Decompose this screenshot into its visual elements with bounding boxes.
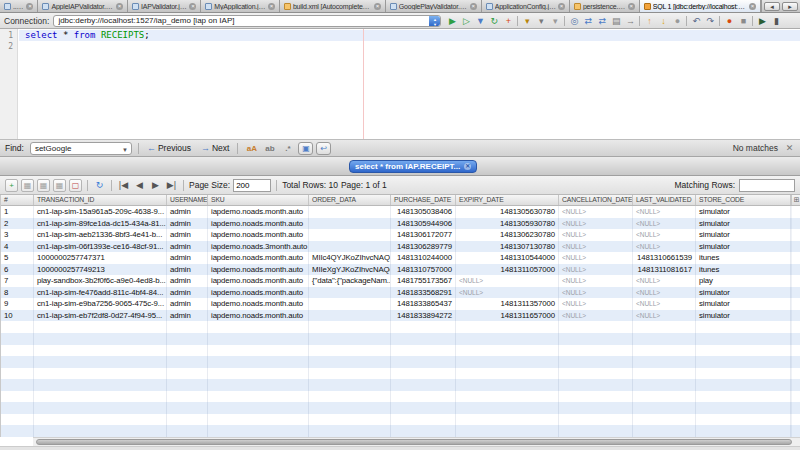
cell[interactable]: cn1-iap-sim-aeb21336-8bf3-4e41-b... (34, 229, 167, 241)
editor-tab-tor[interactable]: ...tor× (0, 0, 38, 12)
cell[interactable]: cn1-iap-sim-eb7f2df8-0d27-4f94-95... (34, 310, 167, 322)
cell[interactable]: simulator (696, 218, 791, 230)
cell[interactable]: <NULL> (633, 275, 696, 287)
cell[interactable]: 1481307130780 (456, 241, 559, 253)
cell[interactable]: itunes (696, 264, 791, 276)
cell[interactable] (1, 356, 34, 368)
cell[interactable] (1, 425, 34, 437)
close-icon[interactable]: ✕ (464, 163, 471, 170)
wrap-search-toggle[interactable]: ↩ (316, 142, 331, 155)
cell[interactable] (309, 402, 391, 414)
combobox-stepper-icon[interactable]: ▲▼ (429, 16, 440, 26)
close-icon[interactable]: × (116, 3, 123, 10)
cell[interactable]: admin (167, 275, 208, 287)
undo-icon[interactable]: ↶ (689, 14, 703, 28)
cell[interactable]: 7 (1, 275, 34, 287)
cell[interactable] (633, 379, 696, 391)
cell[interactable]: <NULL> (456, 275, 559, 287)
cell[interactable] (167, 391, 208, 403)
cell[interactable]: <NULL> (633, 229, 696, 241)
profile-icon[interactable]: ▮ (769, 14, 783, 28)
cell[interactable]: 1481311057000 (456, 264, 559, 276)
cell[interactable] (633, 333, 696, 345)
next-page-icon[interactable]: ▶ (149, 179, 162, 192)
cell[interactable] (633, 425, 696, 437)
cell[interactable] (34, 333, 167, 345)
cell[interactable]: 1481305930780 (456, 218, 559, 230)
column-selector-icon[interactable]: ⊞ (791, 195, 800, 205)
cell[interactable]: {"data":{"packageNam... (309, 275, 391, 287)
column-header-transaction-id[interactable]: TRANSACTION_ID (34, 195, 167, 205)
cell[interactable]: 1000000257749213 (34, 264, 167, 276)
close-icon[interactable]: × (558, 3, 565, 10)
cell[interactable] (696, 321, 791, 333)
cell[interactable] (309, 310, 391, 322)
cell[interactable]: 1481305630780 (456, 206, 559, 218)
cell[interactable] (34, 414, 167, 426)
sync-icon[interactable]: ● (670, 14, 684, 28)
cell[interactable] (34, 368, 167, 380)
cell[interactable] (456, 345, 559, 357)
cell[interactable]: 1481305038406 (391, 206, 456, 218)
cell[interactable] (391, 402, 456, 414)
cell[interactable]: <NULL> (559, 275, 633, 287)
cell[interactable] (1, 345, 34, 357)
cell[interactable] (208, 321, 309, 333)
cell[interactable] (696, 391, 791, 403)
cell[interactable] (309, 287, 391, 299)
cell[interactable] (391, 414, 456, 426)
cell[interactable]: 1481310661539 (633, 252, 696, 264)
close-icon[interactable]: ✕ (784, 143, 795, 153)
editor-tab-persistence-xml[interactable]: persistence.xml× (570, 0, 640, 12)
regex-icon[interactable]: .* (280, 144, 295, 153)
cell[interactable] (309, 425, 391, 437)
cell[interactable] (1, 368, 34, 380)
cell[interactable] (559, 333, 633, 345)
cell[interactable] (34, 425, 167, 437)
cell[interactable]: 1481306230780 (456, 229, 559, 241)
editor-tab-sql-1[interactable]: SQL 1 [jdbc:derby://localhost:15...]× (640, 0, 761, 12)
swap-forward-icon[interactable]: ⇄ (595, 14, 609, 28)
cell[interactable] (559, 321, 633, 333)
cell[interactable] (309, 379, 391, 391)
close-icon[interactable]: × (628, 3, 635, 10)
cell[interactable] (34, 345, 167, 357)
apply-changes-icon[interactable]: ↓ (656, 14, 670, 28)
column-header-purchase-date[interactable]: PURCHASE_DATE (391, 195, 456, 205)
whole-words-icon[interactable]: ab (262, 144, 277, 153)
cell[interactable]: 1481310757000 (391, 264, 456, 276)
find-previous-button[interactable]: ← Previous (145, 143, 193, 153)
cell[interactable] (456, 333, 559, 345)
cell[interactable] (167, 368, 208, 380)
cell[interactable] (456, 402, 559, 414)
swap-back-icon[interactable]: ⇄ (581, 14, 595, 28)
cell[interactable]: iapdemo.noads.month.auto (208, 206, 309, 218)
cancel-edits-icon[interactable]: ▦ (53, 179, 66, 192)
run-sql-icon[interactable]: ▶ (445, 14, 459, 28)
cell[interactable]: admin (167, 241, 208, 253)
cell[interactable] (34, 321, 167, 333)
cell[interactable]: simulator (696, 229, 791, 241)
cell[interactable] (1, 402, 34, 414)
cell[interactable]: 3 (1, 229, 34, 241)
find-input[interactable]: setGoogle ▼ (30, 142, 132, 155)
cell[interactable]: iapdemo.noads.month.auto (208, 252, 309, 264)
cell[interactable] (208, 414, 309, 426)
editor-tab-build-xml[interactable]: build.xml [AutocompleteTest]× (280, 0, 386, 12)
cell[interactable]: 9 (1, 298, 34, 310)
cell[interactable]: cn1-iap-sim-06f1393e-ce16-48cf-91... (34, 241, 167, 253)
cell[interactable] (208, 402, 309, 414)
column-header-store-code[interactable]: STORE_CODE (696, 195, 791, 205)
scrollbar-thumb[interactable] (36, 439, 792, 445)
cell[interactable]: 1481755173567 (391, 275, 456, 287)
cell[interactable] (391, 321, 456, 333)
cell[interactable]: cn1-iap-sim-e9ba7256-9065-475c-9... (34, 298, 167, 310)
cell[interactable] (633, 368, 696, 380)
cell[interactable] (559, 414, 633, 426)
cell[interactable] (1, 391, 34, 403)
cell[interactable] (208, 345, 309, 357)
cell[interactable]: admin (167, 252, 208, 264)
cell[interactable] (309, 414, 391, 426)
cell[interactable] (456, 391, 559, 403)
cell[interactable]: admin (167, 287, 208, 299)
